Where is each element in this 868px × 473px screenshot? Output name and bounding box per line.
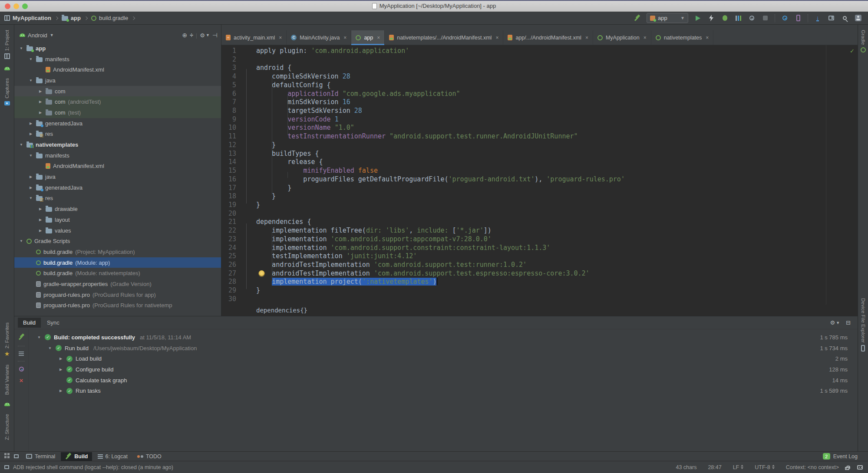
close-icon[interactable]: × bbox=[706, 35, 709, 41]
stripe-button-captures[interactable]: Captures bbox=[4, 78, 10, 106]
stripe-button-z-structure[interactable]: Z: Structure bbox=[4, 414, 10, 440]
attach-debugger-button[interactable] bbox=[748, 13, 756, 23]
tree-down-arrow-icon[interactable]: ▼ bbox=[28, 79, 33, 82]
status-item-utf-8[interactable]: UTF-8 bbox=[755, 464, 774, 470]
tree-right-arrow-icon[interactable]: ▶ bbox=[38, 89, 43, 93]
tree-item-proguard-rules-pro[interactable]: proguard-rules.pro(ProGuard Rules for na… bbox=[14, 300, 221, 311]
tree-item-com[interactable]: ▶com bbox=[14, 86, 221, 97]
project-settings-button[interactable]: ⚙▼ bbox=[200, 32, 210, 39]
close-icon[interactable]: × bbox=[343, 35, 347, 41]
hide-panel-button[interactable]: ⊣ bbox=[212, 32, 218, 39]
sync-gradle-button[interactable]: ↓ bbox=[814, 13, 822, 23]
status-item-43-chars[interactable]: 43 chars bbox=[676, 464, 696, 470]
breadcrumb-item-myapplication[interactable]: MyApplication bbox=[4, 15, 51, 21]
tree-right-arrow-icon[interactable]: ▶ bbox=[28, 132, 33, 136]
tree-right-arrow-icon[interactable]: ▶ bbox=[28, 175, 33, 179]
tree-item-manifests[interactable]: ▼manifests bbox=[14, 54, 221, 65]
tree-item-drawable[interactable]: ▶drawable bbox=[14, 204, 221, 214]
build-row-run-tasks[interactable]: ▶✓Run tasks1 s 589 ms bbox=[29, 385, 858, 396]
tree-item-java[interactable]: ▼java bbox=[14, 75, 221, 86]
status-item-context-no-context-[interactable]: Context: <no context> bbox=[786, 464, 839, 470]
stripe-button-gradle[interactable]: Gradle bbox=[861, 30, 866, 53]
event-log-button[interactable]: 2 Event Log bbox=[823, 453, 868, 460]
tree-item-res[interactable]: ▶res bbox=[14, 129, 221, 140]
stripe-button-device-file-explorer[interactable]: Device File Explorer bbox=[861, 298, 866, 351]
build-row-configure-build[interactable]: ▶✓Configure build128 ms bbox=[29, 364, 858, 375]
tree-right-arrow-icon[interactable]: ▶ bbox=[58, 368, 63, 371]
close-icon[interactable]: × bbox=[585, 35, 588, 41]
breadcrumb-item-app[interactable]: app bbox=[62, 15, 81, 21]
tab-mainactivity-java[interactable]: CMainActivity.java× bbox=[287, 30, 351, 45]
tree-item-gradle-wrapper-properties[interactable]: gradle-wrapper.properties(Gradle Version… bbox=[14, 279, 221, 289]
build-panel-tab-sync[interactable]: Sync bbox=[42, 318, 65, 328]
debug-button[interactable] bbox=[721, 13, 729, 23]
close-icon[interactable]: × bbox=[279, 35, 282, 41]
tree-item-manifests[interactable]: ▼manifests bbox=[14, 150, 221, 161]
toolwindow-tab-terminal[interactable]: >Terminal bbox=[22, 452, 59, 461]
tree-item-generatedjava[interactable]: ▶generatedJava bbox=[14, 118, 221, 129]
close-icon[interactable]: × bbox=[644, 35, 647, 41]
project-view-selector[interactable]: Android bbox=[28, 32, 47, 39]
build-row-load-build[interactable]: ▶✓Load build2 ms bbox=[29, 353, 858, 364]
tree-right-arrow-icon[interactable]: ▶ bbox=[38, 207, 43, 211]
avd-manager-button[interactable] bbox=[781, 13, 789, 23]
tree-right-arrow-icon[interactable]: ▶ bbox=[38, 100, 43, 104]
daemon-status-icon[interactable] bbox=[857, 465, 863, 470]
tree-down-arrow-icon[interactable]: ▼ bbox=[28, 57, 33, 61]
pin-icon[interactable] bbox=[19, 367, 24, 371]
hammer-icon[interactable] bbox=[18, 334, 25, 341]
build-hammer-button[interactable] bbox=[633, 13, 641, 23]
sdk-manager-button[interactable] bbox=[794, 13, 802, 23]
intention-bulb-icon[interactable] bbox=[259, 270, 264, 276]
tree-item-androidmanifest-xml[interactable]: AndroidManifest.xml bbox=[14, 64, 221, 75]
tree-item-nativetemplates[interactable]: ▼nativetemplates bbox=[14, 139, 221, 150]
status-message[interactable]: ADB rejected shell command (logcat --hel… bbox=[13, 464, 173, 470]
stripe-button-2-favorites[interactable]: 2: Favorites★ bbox=[4, 322, 10, 357]
tree-down-arrow-icon[interactable]: ▼ bbox=[19, 46, 24, 50]
tree-right-arrow-icon[interactable]: ▶ bbox=[38, 111, 43, 115]
build-settings-button[interactable]: ⚙▼ bbox=[830, 319, 840, 326]
tree-right-arrow-icon[interactable]: ▶ bbox=[28, 122, 33, 125]
close-icon[interactable]: × bbox=[20, 377, 23, 384]
code-editor[interactable]: 1apply plugin: 'com.android.application'… bbox=[221, 45, 858, 305]
status-item-lf[interactable]: LF bbox=[733, 464, 744, 470]
tree-item-build-gradle[interactable]: build.gradle(Project: MyApplication) bbox=[14, 246, 221, 257]
tree-down-arrow-icon[interactable]: ▼ bbox=[36, 335, 42, 339]
tree-down-arrow-icon[interactable]: ▼ bbox=[47, 346, 53, 350]
stripe-button-1-project[interactable]: 1: Project bbox=[4, 30, 10, 59]
tree-right-arrow-icon[interactable]: ▶ bbox=[38, 218, 43, 222]
toolwindow-tab-build[interactable]: Build bbox=[61, 452, 92, 461]
toolwindow-tab-todo[interactable]: TODO bbox=[133, 452, 165, 461]
search-everywhere-button[interactable] bbox=[854, 13, 862, 23]
collapse-expand-button[interactable]: ÷ bbox=[190, 32, 193, 39]
build-panel-tab-build[interactable]: Build bbox=[18, 318, 41, 328]
device-manager-button[interactable] bbox=[827, 13, 835, 23]
build-row-build-completed-successfully[interactable]: ▼✓Build: completed successfullyat 11/5/1… bbox=[29, 332, 858, 343]
find-button[interactable] bbox=[841, 13, 848, 23]
tree-down-arrow-icon[interactable]: ▼ bbox=[19, 239, 24, 243]
tree-item-build-gradle[interactable]: build.gradle(Module: nativetemplates) bbox=[14, 268, 221, 279]
tree-item-layout[interactable]: ▶layout bbox=[14, 214, 221, 225]
tree-item-app[interactable]: ▼app bbox=[14, 43, 221, 54]
tree-right-arrow-icon[interactable]: ▶ bbox=[58, 389, 63, 393]
stripe-button-android-head[interactable] bbox=[4, 403, 10, 406]
tab-activity-main-xml[interactable]: ‹›activity_main.xml× bbox=[221, 30, 287, 45]
stripe-button-build-variants[interactable]: Build Variants bbox=[4, 365, 10, 395]
tree-item-build-gradle[interactable]: build.gradle(Module: app) bbox=[14, 257, 221, 268]
tab-nativetemplates[interactable]: nativetemplates× bbox=[651, 30, 714, 45]
tab-app-androidmanifest-xml[interactable]: app/.../AndroidManifest.xml× bbox=[503, 30, 593, 45]
close-icon[interactable]: × bbox=[377, 35, 380, 41]
tree-item-com[interactable]: ▶com(androidTest) bbox=[14, 96, 221, 107]
minimize-panel-button[interactable]: ⊟ bbox=[846, 319, 851, 326]
tree-down-arrow-icon[interactable]: ▼ bbox=[28, 196, 33, 200]
breadcrumb-item-build.gradle[interactable]: build.gradle bbox=[91, 15, 128, 21]
tab-app[interactable]: app× bbox=[351, 30, 385, 45]
locate-file-button[interactable]: ⊕ bbox=[182, 32, 187, 39]
filter-icon[interactable] bbox=[19, 351, 24, 356]
lock-icon[interactable] bbox=[845, 467, 849, 470]
run-configuration-select[interactable]: app ▼ bbox=[647, 13, 688, 23]
tree-item-gradle-scripts[interactable]: ▼Gradle Scripts bbox=[14, 236, 221, 246]
chevron-down-icon[interactable]: ▼ bbox=[50, 33, 54, 37]
stop-button[interactable] bbox=[761, 13, 769, 23]
tree-right-arrow-icon[interactable]: ▶ bbox=[58, 357, 63, 361]
